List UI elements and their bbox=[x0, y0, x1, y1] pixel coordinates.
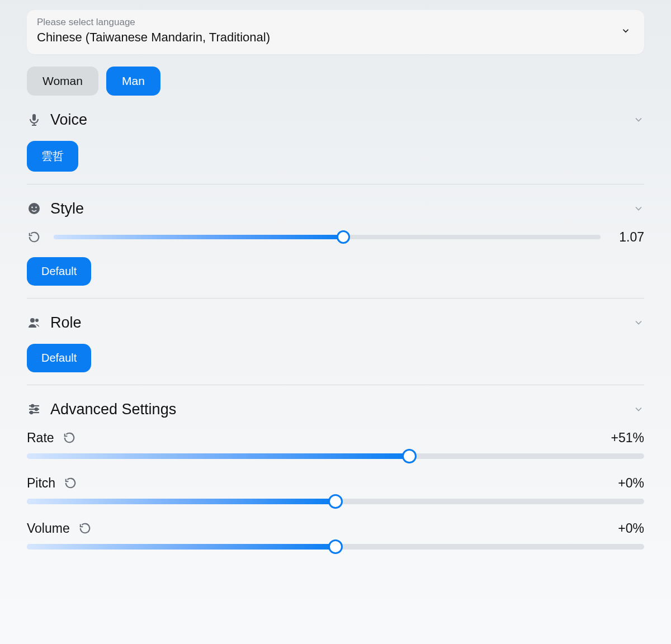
volume-reset-button[interactable] bbox=[78, 521, 92, 536]
svg-point-5 bbox=[30, 318, 35, 323]
chevron-down-icon bbox=[633, 203, 644, 214]
pitch-reset-button[interactable] bbox=[63, 476, 78, 490]
role-default-chip[interactable]: Default bbox=[27, 344, 91, 372]
smile-icon bbox=[27, 201, 41, 216]
gender-option-man[interactable]: Man bbox=[106, 67, 160, 96]
chevron-down-icon bbox=[633, 317, 644, 328]
gender-option-woman[interactable]: Woman bbox=[27, 67, 98, 96]
pitch-slider-thumb[interactable] bbox=[328, 494, 343, 509]
microphone-icon bbox=[27, 112, 41, 127]
chevron-down-icon bbox=[633, 404, 644, 415]
volume-slider[interactable] bbox=[27, 544, 644, 550]
svg-point-2 bbox=[29, 203, 40, 214]
style-reset-button[interactable] bbox=[27, 230, 41, 244]
section-advanced: Advanced Settings Rate +51% bbox=[27, 401, 644, 562]
language-select[interactable]: Please select language Chinese (Taiwanes… bbox=[27, 10, 644, 54]
pitch-slider[interactable] bbox=[27, 499, 644, 504]
svg-point-12 bbox=[30, 411, 32, 414]
gender-toggle: Woman Man bbox=[27, 67, 644, 96]
language-placeholder: Please select language bbox=[37, 16, 270, 29]
people-icon bbox=[27, 315, 41, 330]
section-advanced-header[interactable]: Advanced Settings bbox=[27, 401, 644, 418]
pitch-value: +0% bbox=[618, 476, 644, 491]
svg-point-3 bbox=[31, 207, 33, 209]
section-role-header[interactable]: Role bbox=[27, 314, 644, 332]
svg-point-6 bbox=[35, 319, 39, 322]
section-role: Role Default bbox=[27, 314, 644, 385]
section-voice-title: Voice bbox=[50, 111, 624, 129]
pitch-slider-fill bbox=[27, 499, 336, 504]
section-role-title: Role bbox=[50, 314, 624, 332]
rate-reset-button[interactable] bbox=[62, 430, 77, 445]
sliders-icon bbox=[27, 402, 41, 416]
section-voice-header[interactable]: Voice bbox=[27, 111, 644, 129]
section-style-title: Style bbox=[50, 200, 624, 217]
volume-value: +0% bbox=[618, 521, 644, 536]
volume-label: Volume bbox=[27, 521, 70, 536]
rate-slider-fill bbox=[27, 453, 409, 459]
section-style-header[interactable]: Style bbox=[27, 200, 644, 217]
style-slider-value: 1.07 bbox=[613, 230, 644, 245]
pitch-label: Pitch bbox=[27, 476, 55, 491]
style-slider-fill bbox=[54, 235, 343, 239]
rate-row: Rate +51% bbox=[27, 430, 644, 459]
rate-slider[interactable] bbox=[27, 453, 644, 459]
language-value: Chinese (Taiwanese Mandarin, Traditional… bbox=[37, 29, 270, 46]
rate-slider-thumb[interactable] bbox=[402, 449, 417, 463]
svg-point-10 bbox=[35, 408, 37, 410]
style-slider[interactable] bbox=[54, 235, 601, 239]
svg-point-8 bbox=[31, 405, 34, 407]
section-advanced-title: Advanced Settings bbox=[50, 401, 624, 418]
volume-row: Volume +0% bbox=[27, 521, 644, 550]
chevron-down-icon bbox=[621, 26, 631, 36]
style-slider-thumb[interactable] bbox=[337, 230, 350, 244]
chevron-down-icon bbox=[633, 114, 644, 125]
section-voice: Voice 雲哲 bbox=[27, 111, 644, 184]
volume-slider-fill bbox=[27, 544, 336, 550]
pitch-row: Pitch +0% bbox=[27, 476, 644, 504]
voice-chip-selected[interactable]: 雲哲 bbox=[27, 141, 78, 172]
svg-point-4 bbox=[35, 207, 37, 209]
section-style: Style 1.07 Default bbox=[27, 200, 644, 299]
rate-label: Rate bbox=[27, 430, 54, 446]
style-default-chip[interactable]: Default bbox=[27, 257, 91, 286]
rate-value: +51% bbox=[611, 430, 644, 446]
volume-slider-thumb[interactable] bbox=[328, 539, 343, 554]
